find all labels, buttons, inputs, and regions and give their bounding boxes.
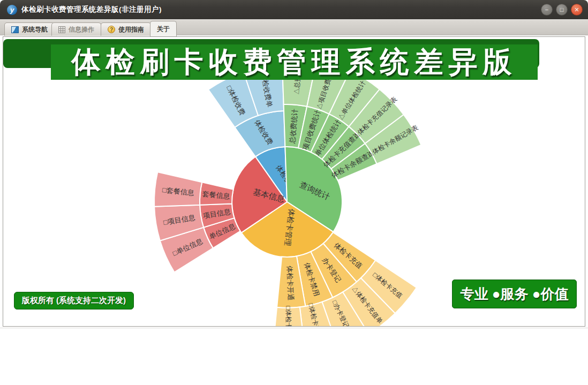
grid-icon: [58, 26, 65, 33]
minimize-button[interactable]: −: [541, 4, 553, 16]
toolbar: 系统导航 信息操作 ? 使用指南 关于: [0, 19, 588, 35]
page-title: 体检刷卡收费管理系统差异版: [72, 43, 517, 82]
window-controls: − □ ✕: [541, 4, 583, 16]
tab-system-navigation[interactable]: 系统导航: [4, 22, 55, 36]
close-button[interactable]: ✕: [571, 4, 583, 16]
sunburst-label[interactable]: 体检卡开通: [285, 266, 295, 301]
tab-about[interactable]: 关于: [150, 21, 177, 36]
window-title: 体检刷卡收费管理系统差异版(非注册用户): [21, 5, 162, 14]
tab-label: 使用指南: [118, 25, 144, 34]
help-coin-icon: ?: [108, 26, 115, 33]
window-navigation-icon: [11, 26, 19, 33]
tab-label: 系统导航: [22, 25, 48, 34]
panel-underline: [0, 328, 588, 328]
tab-label: 关于: [157, 25, 170, 34]
tab-user-guide[interactable]: ? 使用指南: [101, 22, 151, 36]
sunburst-label[interactable]: □体检卡开通: [284, 306, 292, 326]
banner: 体检刷卡收费管理系统差异版: [51, 44, 538, 80]
content-panel: 体检收费查询统计体检卡管理基本信息体检收费□体检收费体检收费单总收费统计项目收费…: [3, 36, 585, 327]
app-icon: y: [7, 5, 17, 15]
maximize-button[interactable]: □: [556, 4, 568, 16]
tab-information-operation[interactable]: 信息操作: [51, 22, 101, 36]
window-title-bar[interactable]: y 体检刷卡收费管理系统差异版(非注册用户) − □ ✕: [0, 0, 588, 19]
application-window: y 体检刷卡收费管理系统差异版(非注册用户) − □ ✕ 系统导航 信息操作 ?…: [0, 0, 588, 385]
copyright-badge: 版权所有 (系统支持二次开发): [14, 292, 134, 309]
tab-label: 信息操作: [69, 25, 94, 34]
slogan-badge: 专业 ●服务 ●价值: [452, 280, 577, 308]
